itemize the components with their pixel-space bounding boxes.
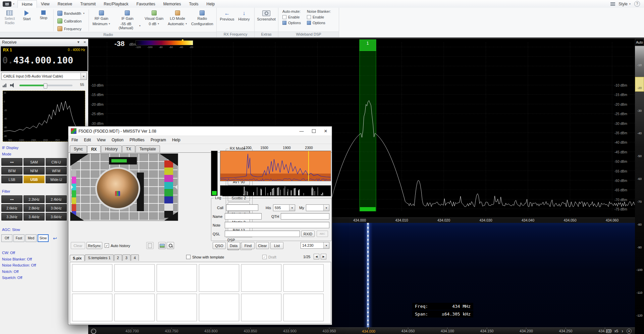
magnify-button[interactable] xyxy=(167,242,174,249)
ribbon-tab[interactable]: Favourites xyxy=(132,0,159,8)
mode-button[interactable]: SAM xyxy=(23,158,45,166)
mmsstv-tab[interactable]: Sync xyxy=(70,145,87,152)
menu-item[interactable]: PRofiles xyxy=(126,138,148,142)
navigator-frequency-tick[interactable]: 434.150 xyxy=(480,328,494,333)
mmsstv-tab[interactable]: Template xyxy=(136,145,160,152)
filter-button[interactable]: ••• xyxy=(1,195,22,203)
undo-icon[interactable]: ↩ xyxy=(53,236,57,241)
expand-icon[interactable] xyxy=(606,329,611,333)
log-button[interactable]: Clear xyxy=(256,242,269,249)
agc-button[interactable]: Fast xyxy=(13,234,24,242)
zoom-level-button[interactable]: x5 xyxy=(614,329,619,333)
navigator-frequency-tick[interactable]: 433.900 xyxy=(283,328,297,333)
mmsstv-window[interactable]: F5OEO (F5OEO.MDT) - MMSSTV Ver 1.08 — ✕ … xyxy=(68,126,332,325)
template-thumbnail[interactable] xyxy=(114,264,155,292)
menu-item[interactable]: Option xyxy=(109,138,126,142)
frequency-readout[interactable]: 0.434.000.100 xyxy=(2,55,73,65)
bandwidth-button[interactable]: Bandwidth ▼ xyxy=(55,10,87,16)
mode-button[interactable]: USB xyxy=(23,176,45,183)
template-thumbnail[interactable] xyxy=(283,294,324,321)
copy-image-button[interactable] xyxy=(146,242,154,249)
style-menu[interactable]: Style▼ xyxy=(619,2,631,6)
filter-button[interactable]: 2.6kHz xyxy=(1,204,22,212)
sstv-received-image[interactable] xyxy=(70,153,178,221)
if-gain-button[interactable]: IF Gain -55 dB (Manual)▼ xyxy=(113,9,142,31)
agc-label[interactable]: AGC: Slow xyxy=(2,228,20,232)
dsp-status-line[interactable]: CW: Off xyxy=(2,250,36,256)
filter-button[interactable]: 3.6kHz xyxy=(46,213,67,221)
template-thumbnail[interactable] xyxy=(241,294,281,321)
dsp-status-line[interactable]: Noise Reduction: Off xyxy=(2,262,36,269)
template-thumbnail[interactable] xyxy=(283,264,324,292)
mode-section-label[interactable]: Mode xyxy=(2,152,11,156)
rxid-aux-button[interactable]: ABC xyxy=(317,231,328,237)
template-thumbnail[interactable] xyxy=(199,294,239,321)
dsp-status-line[interactable]: Squelch: Off xyxy=(2,275,36,281)
zoom-in-icon[interactable]: + xyxy=(627,329,632,334)
agc-button[interactable]: Med xyxy=(25,234,37,242)
ribbon-tab[interactable]: Tools xyxy=(185,0,202,8)
select-radio-button[interactable]: Select Radio xyxy=(1,9,18,26)
template-tab[interactable]: 3 xyxy=(122,254,130,261)
navigator-frequency-tick[interactable]: 433.700 xyxy=(125,328,139,333)
menu-item[interactable]: Program xyxy=(148,138,169,142)
speaker-icon[interactable] xyxy=(10,83,15,88)
menu-item[interactable]: Edit xyxy=(81,138,94,142)
navigator-frequency-tick[interactable]: 434.100 xyxy=(441,328,454,333)
call-input[interactable] xyxy=(226,204,258,211)
navigator-frequency-tick[interactable]: 433.750 xyxy=(165,328,178,333)
close-button[interactable]: ✕ xyxy=(320,127,332,136)
stop-button[interactable]: Stop xyxy=(36,9,52,21)
template-thumbnail[interactable] xyxy=(199,264,239,292)
filter-button[interactable]: 2.2kHz xyxy=(23,195,45,203)
mode-button[interactable]: BFM xyxy=(1,167,22,175)
dsp-status-line[interactable]: Notch: Off xyxy=(2,269,36,275)
log-button[interactable]: List xyxy=(270,242,283,249)
mode-button[interactable]: Wide-U xyxy=(46,176,67,183)
template-thumbnail[interactable] xyxy=(241,264,281,292)
template-thumbnail[interactable] xyxy=(72,264,112,292)
filter-button[interactable]: 2.8kHz xyxy=(23,204,45,212)
note-input[interactable] xyxy=(225,222,329,228)
filter-button[interactable]: 3.0kHz xyxy=(46,204,67,212)
menu-item[interactable]: Help xyxy=(169,138,183,142)
mode-button[interactable]: NFM xyxy=(23,167,45,175)
volume-slider[interactable] xyxy=(19,85,72,86)
mmsstv-tab[interactable]: History xyxy=(101,145,121,152)
app-menu-icon[interactable] xyxy=(3,1,11,7)
calibration-button[interactable]: Calibration xyxy=(55,18,87,24)
ribbon-tab[interactable]: Help xyxy=(202,0,219,8)
auto-mute-enable-checkbox[interactable]: Enable xyxy=(282,15,301,19)
template-thumbnail[interactable] xyxy=(114,294,155,321)
waterfall-auto-button[interactable]: Auto xyxy=(635,39,644,46)
radio-configuration-button[interactable]: Radio Configuration xyxy=(190,9,215,27)
template-thumbnail[interactable] xyxy=(72,294,112,321)
image-clear-button[interactable]: Clear xyxy=(71,242,85,249)
picture-button[interactable] xyxy=(158,242,166,249)
log-button[interactable]: Data xyxy=(227,242,240,249)
filter-button[interactable]: 2.4kHz xyxy=(46,195,67,203)
template-thumbnail[interactable] xyxy=(157,264,197,292)
mode-button[interactable]: WFM xyxy=(46,167,67,175)
frequency-button[interactable]: Frequency xyxy=(55,26,87,32)
ribbon-tab[interactable]: Home xyxy=(17,0,37,8)
previous-frequency-button[interactable]: ← Previous xyxy=(219,9,235,22)
auto-history-checkbox[interactable]: ✓ Auto history xyxy=(105,243,130,248)
ribbon-tab[interactable]: View xyxy=(37,0,54,8)
mode-button[interactable]: LSB xyxy=(1,176,22,183)
draft-checkbox[interactable]: ✓ Draft xyxy=(262,255,276,259)
lo-mode-button[interactable]: LO Mode Automatic▼ xyxy=(166,9,189,27)
template-tab[interactable]: 2 xyxy=(114,254,122,261)
waterfall-intensity-scale[interactable]: -10-20-30-40-50-60-70-80-90-100-110-120 xyxy=(635,46,644,334)
ribbon-tab[interactable]: Transmit xyxy=(76,0,100,8)
visual-gain-button[interactable]: Visual Gain 0 dB▼ xyxy=(143,9,166,27)
template-tab[interactable]: 4 xyxy=(131,254,139,261)
mmsstv-tab[interactable]: RX xyxy=(87,145,101,153)
chevron-right-icon[interactable]: › xyxy=(622,329,623,333)
chevron-down-icon[interactable]: ▼ xyxy=(77,40,80,44)
page-previous-button[interactable]: ◀ xyxy=(314,254,319,259)
mmsstv-tab[interactable]: TX xyxy=(122,145,135,152)
volume-slider-thumb[interactable] xyxy=(44,83,47,89)
name-input[interactable] xyxy=(225,213,262,220)
ribbon-tab[interactable]: Memories xyxy=(159,0,185,8)
